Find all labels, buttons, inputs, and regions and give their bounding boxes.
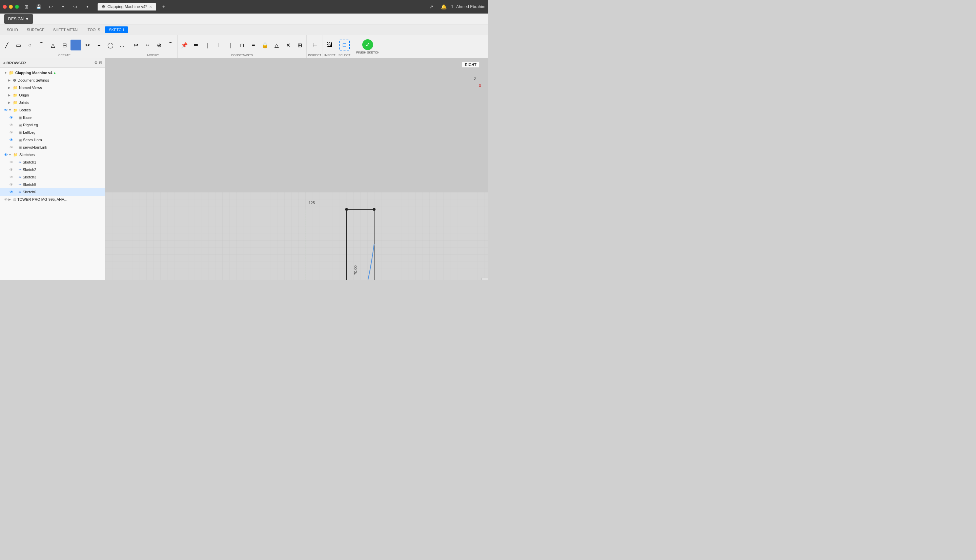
tree-joints[interactable]: ▶ 📁 Joints	[0, 99, 105, 106]
sketch1-eye-icon[interactable]: 👁	[10, 160, 13, 164]
measure-tool[interactable]: ⊢	[309, 40, 320, 50]
tab-tools[interactable]: TOOLS	[84, 27, 104, 33]
base-eye-icon[interactable]: 👁	[10, 115, 13, 120]
undo-dropdown-icon[interactable]: ▼	[58, 2, 68, 12]
active-indicator: ●	[53, 71, 55, 75]
tree-sketch6[interactable]: 👁 ✏ Sketch6	[0, 188, 105, 196]
redo-icon[interactable]: ↪	[70, 2, 80, 12]
tree-sketch1[interactable]: 👁 ✏ Sketch1	[0, 158, 105, 166]
select-box-tool[interactable]: □	[339, 40, 350, 50]
project-tool[interactable]: ✂	[82, 40, 93, 50]
notification-icon[interactable]: 🔔	[439, 2, 448, 12]
tree-servo-horn[interactable]: 👁 ▣ Servo Horn	[0, 136, 105, 143]
fix-constraint[interactable]: 📌	[179, 40, 190, 50]
sketches-eye-icon[interactable]: 👁	[4, 153, 8, 157]
sidebar-settings-icon[interactable]: ⚙	[94, 61, 98, 65]
inspect-group: ⊢ INSPECT	[307, 35, 323, 58]
tree-tower-pro[interactable]: 👁 ▶ ⊡ TOWER PRO MG-995, ANA...	[0, 196, 105, 203]
redo-dropdown-icon[interactable]: ▼	[83, 2, 92, 12]
save-icon[interactable]: 💾	[34, 2, 43, 12]
leftleg-eye-icon[interactable]: 👁	[10, 130, 13, 134]
svg-point-21	[345, 208, 348, 211]
x-constraint[interactable]: ✕	[282, 40, 294, 50]
tab-solid[interactable]: SOLID	[3, 27, 22, 33]
tree-sketch2[interactable]: 👁 ✏ Sketch2	[0, 166, 105, 173]
servohornlink-eye-icon[interactable]: 👁	[10, 145, 13, 149]
sketch2-eye-icon[interactable]: 👁	[10, 168, 13, 172]
arc-tool[interactable]: ⌒	[36, 40, 47, 50]
tree-base[interactable]: 👁 ▣ Base	[0, 114, 105, 121]
tab-sheet-metal[interactable]: SHEET METAL	[49, 27, 83, 33]
close-button[interactable]	[3, 5, 7, 9]
origin-label: Origin	[19, 93, 29, 97]
sketch-fill-tool[interactable]	[70, 40, 81, 50]
tree-document-settings[interactable]: ▶ ⚙ Document Settings	[0, 77, 105, 84]
vert-constraint[interactable]: ‖	[202, 40, 213, 50]
ellipse-tool[interactable]: ◯	[105, 40, 116, 50]
inspect-tools: ⊢	[309, 35, 320, 53]
maximize-button[interactable]	[15, 5, 19, 9]
sketch-palette-tab[interactable]: SKETCH PALETTE	[481, 278, 488, 280]
main-tab[interactable]: ⚙ Clapping Machine v4* ✕	[98, 3, 156, 10]
servohorn-eye-icon[interactable]: 👁	[10, 138, 13, 142]
tab-sketch[interactable]: SKETCH	[105, 27, 128, 33]
horiz-constraint[interactable]: ═	[191, 40, 201, 50]
tree-servohornlink[interactable]: 👁 ▣ servoHornLink	[0, 143, 105, 151]
fusion-topbar: ⊞ 💾 ↩ ▼ ↪ ▼ ⚙ Clapping Machine v4* ✕ ＋ ↗…	[0, 0, 488, 13]
more-tools[interactable]: …	[117, 40, 127, 50]
tab-surface[interactable]: SURFACE	[23, 27, 48, 33]
tree-sketch5[interactable]: 👁 ✏ Sketch5	[0, 181, 105, 188]
perp-constraint[interactable]: ⊥	[214, 40, 224, 50]
canvas-area[interactable]: 125 70.00 100 20.00 29.00 5.00 5.00 .75	[105, 58, 488, 280]
sketch5-eye-icon[interactable]: 👁	[10, 182, 13, 187]
user-profile[interactable]: Ahmed Ebrahim	[456, 4, 485, 9]
rect-tool[interactable]: ▭	[13, 40, 24, 50]
sidebar-resize-icon[interactable]: ⊡	[99, 61, 102, 65]
offset-tool[interactable]: ⊟	[59, 40, 70, 50]
undo-icon[interactable]: ↩	[46, 2, 55, 12]
design-dropdown[interactable]: DESIGN ▼	[4, 14, 33, 24]
mirror-tool[interactable]: ⊞	[294, 40, 305, 50]
tangent-constraint[interactable]: ⊓	[237, 40, 247, 50]
extend-tool[interactable]: ↔	[142, 40, 153, 50]
tree-bodies[interactable]: 👁 ▼ 📁 Bodies	[0, 106, 105, 114]
equal-constraint[interactable]: =	[248, 40, 259, 50]
parallel-constraint[interactable]: ∥	[225, 40, 236, 50]
tree-leftleg[interactable]: 👁 ▣ LeftLeg	[0, 129, 105, 136]
sidebar-collapse-icon[interactable]: ◀	[3, 61, 5, 65]
sketch6-eye-icon[interactable]: 👁	[10, 190, 13, 194]
workspace-bar: DESIGN ▼	[0, 13, 488, 24]
grid-icon[interactable]: ⊞	[22, 2, 31, 12]
origin-arrow: ▶	[8, 93, 13, 97]
insert-image-tool[interactable]: 🖼	[324, 40, 335, 50]
lock-constraint[interactable]: 🔒	[260, 40, 271, 50]
towerpro-eye-icon[interactable]: 👁	[4, 197, 8, 202]
user-count: 1	[451, 4, 453, 9]
break-tool[interactable]: ⊕	[154, 40, 164, 50]
tree-origin[interactable]: ▶ 📁 Origin	[0, 92, 105, 99]
tab-close-icon[interactable]: ✕	[149, 5, 152, 9]
rightleg-eye-icon[interactable]: 👁	[10, 123, 13, 127]
line-tool[interactable]: ╱	[2, 40, 12, 50]
spline-tool[interactable]: ⌣	[94, 40, 104, 50]
tree-sketch3[interactable]: 👁 ✏ Sketch3	[0, 173, 105, 181]
finish-sketch-button[interactable]: ✓ FINISH SKETCH	[352, 35, 384, 58]
fillet-tool[interactable]: ⌒	[165, 40, 176, 50]
modify-group: ✂ ↔ ⊕ ⌒ MODIFY	[129, 35, 177, 58]
tree-named-views[interactable]: ▶ 📁 Named Views	[0, 84, 105, 92]
bodies-eye-icon[interactable]: 👁	[4, 108, 8, 112]
root-label: Clapping Machine v4	[15, 71, 52, 75]
sidebar: ◀ BROWSER ⚙ ⊡ ▼ 📁 Clapping Machine v4 ● …	[0, 58, 105, 280]
trim-tool[interactable]: ✂	[130, 40, 141, 50]
root-item[interactable]: ▼ 📁 Clapping Machine v4 ●	[0, 69, 105, 77]
sketch3-eye-icon[interactable]: 👁	[10, 175, 13, 179]
extensions-icon[interactable]: ↗	[427, 2, 436, 12]
minimize-button[interactable]	[9, 5, 13, 9]
x-axis-label: X	[479, 83, 481, 88]
tree-rightleg[interactable]: 👁 ▣ RightLeg	[0, 121, 105, 129]
tree-sketches[interactable]: 👁 ▼ 📁 Sketches	[0, 151, 105, 158]
triangle-constraint[interactable]: △	[271, 40, 282, 50]
new-tab-icon[interactable]: ＋	[159, 2, 169, 12]
circle-tool[interactable]: ○	[24, 40, 35, 50]
polygon-tool[interactable]: △	[47, 40, 58, 50]
